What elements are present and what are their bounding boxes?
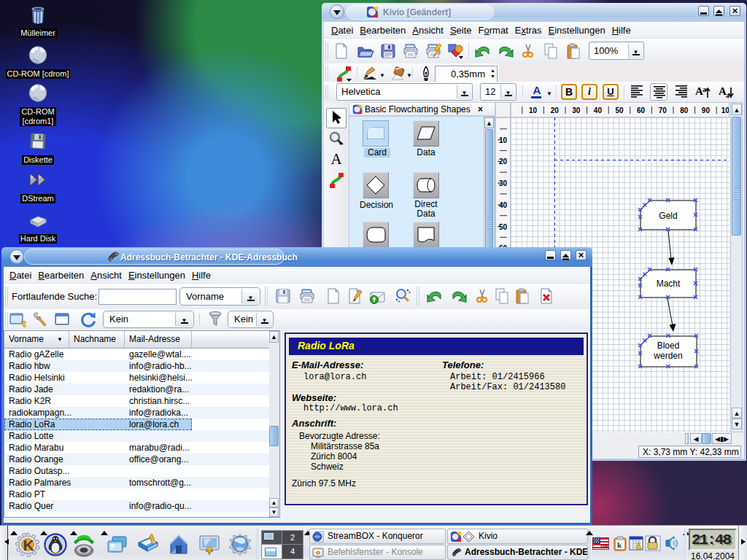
svg-text:k: k xyxy=(617,540,622,549)
svg-text:100: 100 xyxy=(721,106,729,114)
svg-text:60: 60 xyxy=(637,106,646,114)
svg-text:Macht: Macht xyxy=(657,279,681,289)
svg-text:80: 80 xyxy=(680,106,689,114)
svg-text:10: 10 xyxy=(529,106,538,114)
svg-text:K: K xyxy=(23,537,34,553)
svg-text:50: 50 xyxy=(615,106,624,114)
svg-text:20: 20 xyxy=(551,106,560,114)
svg-text:werden: werden xyxy=(653,351,682,361)
svg-text:90: 90 xyxy=(702,106,711,114)
svg-text:Geld: Geld xyxy=(659,211,677,221)
svg-text:30: 30 xyxy=(572,106,581,114)
svg-text:08: 08 xyxy=(601,542,608,550)
svg-text:a: a xyxy=(726,91,729,99)
svg-text:40: 40 xyxy=(594,106,603,114)
svg-text:70: 70 xyxy=(659,106,667,114)
svg-text:a: a xyxy=(703,85,706,93)
svg-text:30: 30 xyxy=(499,179,508,187)
svg-text:Bloed: Bloed xyxy=(657,341,680,351)
